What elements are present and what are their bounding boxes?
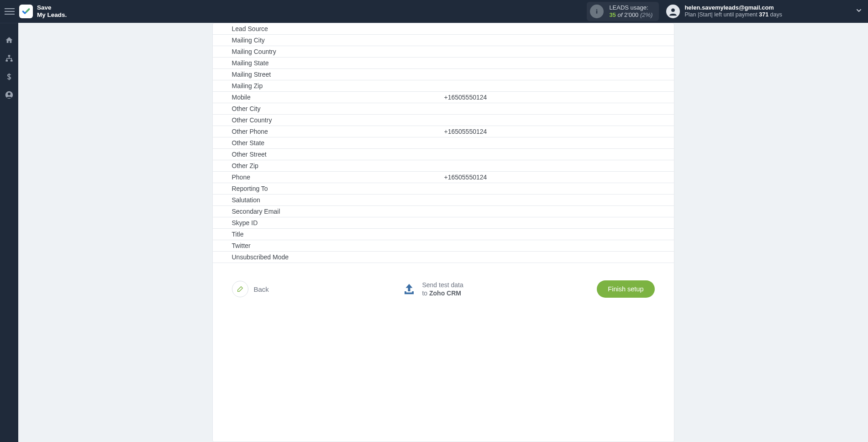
field-row: Other Street: [213, 149, 674, 160]
field-row: Other State: [213, 137, 674, 149]
field-label: Title: [232, 231, 444, 238]
field-row: Mailing City: [213, 35, 674, 46]
svg-rect-5: [8, 55, 11, 57]
field-value: +16505550124: [444, 128, 674, 135]
checkmark-icon: [21, 7, 31, 16]
svg-rect-11: [405, 291, 406, 293]
field-mapping-card: Lead SourceMailing CityMailing CountryMa…: [212, 23, 674, 442]
field-row: Mailing Country: [213, 46, 674, 58]
field-value: +16505550124: [444, 94, 674, 101]
account-email: helen.savemyleads@gmail.com: [684, 4, 782, 11]
field-label: Skype ID: [232, 219, 444, 226]
field-label: Other Phone: [232, 128, 444, 135]
send-test-target: Zoho CRM: [429, 289, 461, 297]
back-label: Back: [254, 285, 269, 293]
field-label: Secondary Email: [232, 208, 444, 215]
field-label: Lead Source: [232, 25, 444, 32]
field-row: Lead Source: [213, 23, 674, 35]
field-row: Mailing Street: [213, 69, 674, 80]
field-row: Phone+16505550124: [213, 172, 674, 183]
field-row: Mailing Zip: [213, 80, 674, 92]
brand-line2: My Leads.: [37, 11, 67, 19]
svg-rect-6: [6, 60, 8, 62]
field-label: Other Street: [232, 151, 444, 158]
usage-of: of: [617, 11, 622, 18]
app-header: Save My Leads. LEADS usage: 35 of 2'000 …: [0, 0, 868, 23]
pencil-icon: [232, 281, 248, 297]
left-sidebar: [0, 23, 18, 442]
chevron-down-icon[interactable]: [855, 7, 863, 16]
app-logo[interactable]: [19, 5, 33, 18]
fields-table: Lead SourceMailing CityMailing CountryMa…: [213, 23, 674, 263]
usage-label: LEADS usage:: [609, 4, 652, 11]
field-label: Reporting To: [232, 185, 444, 192]
usage-total: 2'000: [624, 11, 638, 18]
plan-prefix: Plan |Start| left until payment: [684, 11, 759, 18]
field-label: Mailing City: [232, 37, 444, 44]
account-plan: Plan |Start| left until payment 371 days: [684, 11, 782, 19]
field-label: Mobile: [232, 94, 444, 101]
plan-suffix: days: [768, 11, 782, 18]
field-row: Skype ID: [213, 217, 674, 229]
svg-rect-7: [11, 60, 13, 62]
field-label: Phone: [232, 174, 444, 181]
svg-rect-12: [412, 291, 414, 293]
brand-title: Save My Leads.: [37, 4, 67, 18]
field-label: Other Country: [232, 116, 444, 124]
send-test-line1: Send test data: [422, 281, 463, 289]
send-test-prefix: to: [422, 289, 429, 297]
usage-used: 35: [609, 11, 615, 18]
send-test-data-button[interactable]: Send test data to Zoho CRM: [402, 281, 463, 297]
field-row: Reporting To: [213, 183, 674, 195]
field-row: Unsubscribed Mode: [213, 252, 674, 263]
sidebar-item-connections[interactable]: [5, 54, 13, 64]
brand-line1: Save: [37, 4, 67, 11]
field-label: Salutation: [232, 196, 444, 204]
field-label: Unsubscribed Mode: [232, 253, 444, 261]
field-label: Mailing Zip: [232, 82, 444, 89]
field-row: Other Zip: [213, 160, 674, 172]
main-content: Lead SourceMailing CityMailing CountryMa…: [18, 23, 868, 442]
user-icon: [5, 91, 13, 99]
info-icon: [590, 5, 604, 18]
field-row: Other Phone+16505550124: [213, 126, 674, 137]
field-row: Other Country: [213, 115, 674, 126]
leads-usage-badge[interactable]: LEADS usage: 35 of 2'000 (2%): [587, 2, 659, 21]
card-footer: Back Send test data to Zoho CRM Finish s…: [213, 263, 674, 298]
field-row: Mobile+16505550124: [213, 92, 674, 103]
field-row: Secondary Email: [213, 206, 674, 217]
field-label: Mailing Street: [232, 71, 444, 78]
field-label: Mailing Country: [232, 48, 444, 55]
avatar-icon: [666, 5, 680, 18]
sidebar-item-home[interactable]: [5, 36, 13, 46]
usage-percent: (2%): [640, 11, 652, 18]
account-menu[interactable]: helen.savemyleads@gmail.com Plan |Start|…: [666, 4, 782, 19]
sidebar-item-billing[interactable]: [5, 73, 13, 83]
field-label: Other City: [232, 105, 444, 112]
usage-numbers: 35 of 2'000 (2%): [609, 11, 652, 19]
finish-setup-button[interactable]: Finish setup: [597, 280, 654, 298]
field-row: Title: [213, 229, 674, 240]
field-label: Other State: [232, 139, 444, 147]
field-label: Twitter: [232, 242, 444, 249]
menu-toggle-button[interactable]: [5, 6, 15, 16]
dollar-icon: [5, 73, 13, 81]
field-label: Other Zip: [232, 162, 444, 169]
upload-icon: [402, 282, 416, 296]
field-value: +16505550124: [444, 174, 674, 181]
home-icon: [5, 36, 13, 44]
field-label: Mailing State: [232, 59, 444, 67]
field-row: Twitter: [213, 240, 674, 252]
field-row: Salutation: [213, 195, 674, 206]
sitemap-icon: [5, 54, 13, 63]
svg-point-9: [8, 93, 11, 95]
svg-rect-2: [596, 11, 598, 14]
sidebar-item-profile[interactable]: [5, 91, 13, 101]
plan-days: 371: [759, 11, 768, 18]
field-row: Mailing State: [213, 58, 674, 69]
field-row: Other City: [213, 103, 674, 115]
back-button[interactable]: Back: [232, 281, 269, 297]
svg-point-4: [672, 8, 675, 12]
send-test-line2: to Zoho CRM: [422, 289, 463, 297]
svg-point-1: [596, 9, 598, 11]
